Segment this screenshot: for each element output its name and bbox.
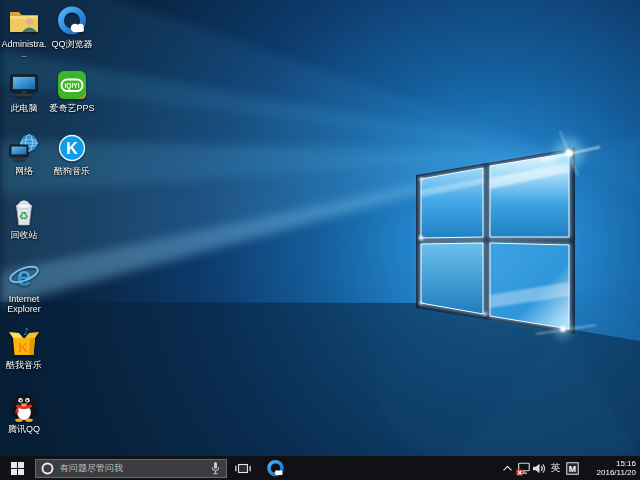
iqiyi-icon: iQIYI	[56, 69, 88, 101]
speaker-icon	[532, 462, 547, 475]
user-folder-icon	[8, 5, 40, 37]
svg-text:K: K	[18, 340, 28, 355]
desktop-icon-label: 腾讯QQ	[8, 424, 40, 434]
svg-text:K: K	[66, 140, 78, 157]
tencent-qq-penguin-icon	[8, 390, 40, 422]
system-tray: 英 M 15:16 2016/11/20	[499, 456, 640, 480]
desktop-icon-internet-explorer[interactable]: e Internet Explorer	[1, 260, 47, 314]
desktop-icon-recycle-bin[interactable]: ♻ 回收站	[1, 196, 47, 240]
desktop-icon-label: 爱奇艺PPS	[49, 103, 94, 113]
svg-text:M: M	[568, 463, 575, 473]
task-view-icon	[235, 462, 251, 475]
svg-text:♪: ♪	[23, 326, 29, 337]
desktop-icon-label: 酷我音乐	[6, 360, 42, 370]
qq-browser-icon	[56, 5, 88, 37]
taskbar: 英 M 15:16 2016/11/20	[0, 456, 640, 480]
desktop-icon-iqiyi-pps[interactable]: iQIYI 爱奇艺PPS	[49, 69, 95, 113]
windows-10-desktop: { "desktop": { "icons": [ {"id": "admini…	[0, 0, 640, 480]
kuwo-music-icon: K ♪	[8, 326, 40, 358]
recycle-bin-icon: ♻	[8, 196, 40, 228]
network-status-button[interactable]	[515, 456, 531, 480]
network-disconnected-icon	[516, 461, 531, 476]
desktop-icon-network[interactable]: 网络	[1, 132, 47, 176]
desktop-icon-label: 回收站	[11, 230, 38, 240]
desktop-icon-label: Administra...	[1, 39, 47, 59]
show-hidden-icons-button[interactable]	[499, 456, 515, 480]
desktop-icon-label: QQ浏览器	[51, 39, 92, 49]
desktop-icon-label: 网络	[15, 166, 33, 176]
network-globe-icon	[8, 132, 40, 164]
desktop-icon-qq-browser[interactable]: QQ浏览器	[49, 5, 95, 49]
qq-browser-icon	[266, 459, 285, 478]
desktop[interactable]: Administra... QQ浏览器 此电脑	[0, 0, 640, 456]
desktop-icon-tencent-qq[interactable]: 腾讯QQ	[1, 390, 47, 434]
desktop-icon-label: Internet Explorer	[1, 294, 47, 314]
volume-button[interactable]	[531, 456, 547, 480]
wallpaper-windows-hero	[0, 0, 640, 456]
taskbar-app-qq-browser[interactable]	[259, 456, 291, 480]
desktop-icon-kuwo-music[interactable]: K ♪ 酷我音乐	[1, 326, 47, 370]
ime-mode-icon: M	[566, 462, 579, 475]
desktop-icon-label: 酷狗音乐	[54, 166, 90, 176]
start-button[interactable]	[0, 456, 34, 480]
cortana-icon	[41, 462, 54, 475]
search-input[interactable]	[54, 463, 210, 473]
svg-text:♻: ♻	[19, 210, 29, 223]
clock-date: 2016/11/20	[580, 468, 636, 477]
kugou-music-icon: K	[56, 132, 88, 164]
desktop-icon-administrator[interactable]: Administra...	[1, 5, 47, 59]
desktop-icon-label: 此电脑	[11, 103, 38, 113]
task-view-button[interactable]	[227, 456, 259, 480]
windows-start-icon	[11, 462, 24, 475]
ime-language-indicator[interactable]: 英	[547, 456, 564, 480]
microphone-icon[interactable]	[210, 461, 221, 476]
desktop-icon-this-pc[interactable]: 此电脑	[1, 69, 47, 113]
clock-time: 15:16	[580, 459, 636, 468]
ime-mode-indicator[interactable]: M	[564, 456, 580, 480]
taskbar-clock[interactable]: 15:16 2016/11/20	[580, 456, 640, 480]
desktop-icon-kugou-music[interactable]: K 酷狗音乐	[49, 132, 95, 176]
chevron-up-icon	[502, 463, 513, 473]
computer-icon	[8, 69, 40, 101]
internet-explorer-icon: e	[8, 260, 40, 292]
svg-text:iQIYI: iQIYI	[64, 82, 79, 90]
taskbar-search-box[interactable]	[35, 459, 227, 478]
